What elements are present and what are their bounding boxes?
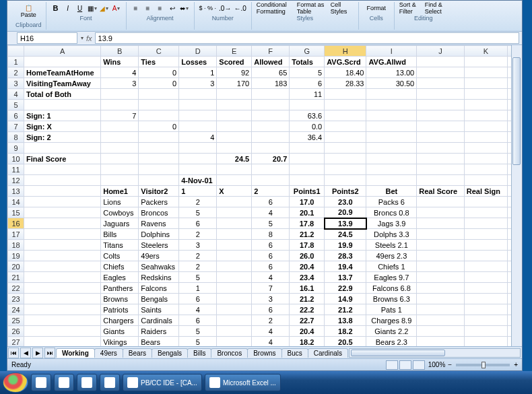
cell-B7[interactable]: [101, 121, 139, 132]
cell-E20[interactable]: [217, 261, 252, 272]
cell-K3[interactable]: [464, 78, 507, 89]
sheet-tab-bengals[interactable]: Bengals: [152, 348, 188, 358]
cell-D13[interactable]: 1: [179, 186, 217, 197]
cell-J19[interactable]: [417, 251, 465, 261]
cell-D5[interactable]: [179, 100, 217, 110]
cell-C3[interactable]: 0: [139, 78, 179, 89]
cell-J14[interactable]: [417, 197, 465, 207]
paste-button[interactable]: 📋Paste: [16, 2, 40, 21]
cell-I10[interactable]: [366, 154, 417, 164]
cell-F20[interactable]: 6: [252, 261, 290, 272]
cell-F16[interactable]: 5: [252, 218, 290, 229]
cell-I17[interactable]: Dolphs 3.3: [366, 229, 417, 240]
cell-J26[interactable]: [417, 326, 465, 337]
cell-D7[interactable]: [179, 121, 217, 132]
cell-F4[interactable]: [252, 89, 290, 100]
cell-D15[interactable]: 5: [179, 207, 217, 218]
cell-E26[interactable]: [217, 326, 252, 337]
cell-E7[interactable]: [217, 121, 252, 132]
col-header-J[interactable]: J: [417, 46, 465, 57]
cell-C19[interactable]: 49ers: [139, 251, 179, 261]
cell-K10[interactable]: [464, 154, 507, 164]
cell-J17[interactable]: [417, 229, 465, 240]
cell-H9[interactable]: [325, 143, 366, 154]
cell-I2[interactable]: 13.00: [366, 67, 417, 78]
cell-B18[interactable]: Titans: [101, 240, 139, 251]
zoom-in-button[interactable]: +: [514, 361, 518, 368]
cell-E6[interactable]: [217, 110, 252, 121]
cell-H4[interactable]: [325, 89, 366, 100]
cell-F1[interactable]: Allowed: [252, 57, 290, 67]
cell-E1[interactable]: Scored: [217, 57, 252, 67]
cell-H8[interactable]: [325, 132, 366, 143]
cell-H15[interactable]: 20.9: [325, 207, 366, 218]
row-header-7[interactable]: 7: [8, 121, 24, 132]
name-box[interactable]: [17, 32, 77, 44]
cell-G10[interactable]: [290, 154, 325, 164]
cell-F25[interactable]: 2: [252, 315, 290, 326]
row-header-2[interactable]: 2: [8, 67, 24, 78]
cell-H2[interactable]: 18.40: [325, 67, 366, 78]
cell-G22[interactable]: 16.1: [290, 283, 325, 294]
cell-G15[interactable]: 20.1: [290, 207, 325, 218]
row-header-6[interactable]: 6: [8, 110, 24, 121]
cell-I19[interactable]: 49ers 2.3: [366, 251, 417, 261]
cell-D16[interactable]: 6: [179, 218, 217, 229]
row-header-24[interactable]: 24: [8, 304, 24, 315]
underline-button[interactable]: U: [75, 3, 86, 13]
cell-E24[interactable]: [217, 304, 252, 315]
sheet-tab-bears[interactable]: Bears: [123, 348, 152, 358]
cell-H6[interactable]: [325, 110, 366, 121]
fillcolor-button[interactable]: ◢▾: [99, 3, 110, 13]
cell-D24[interactable]: 4: [179, 304, 217, 315]
cell-A22[interactable]: [24, 283, 101, 294]
cell-J4[interactable]: [417, 89, 465, 100]
cell-C24[interactable]: Saints: [139, 304, 179, 315]
row-header-4[interactable]: 4: [8, 89, 24, 100]
cell-G23[interactable]: 21.2: [290, 294, 325, 304]
cell-K12[interactable]: [464, 175, 507, 186]
dec-decimal-button[interactable]: ←.0: [233, 3, 246, 13]
border-button[interactable]: ▦▾: [87, 3, 98, 13]
quicklaunch-4[interactable]: [100, 374, 120, 391]
merge-button[interactable]: ⬌▾: [179, 3, 190, 13]
cell-A3[interactable]: VisitingTeamAway: [24, 78, 101, 89]
cell-G8[interactable]: 36.4: [290, 132, 325, 143]
align-left-button[interactable]: ≡: [131, 3, 141, 13]
fx-icon[interactable]: fx: [86, 34, 92, 42]
cell-I16[interactable]: Jags 3.9: [366, 218, 417, 229]
cell-G12[interactable]: [290, 175, 325, 186]
cell-J20[interactable]: [417, 261, 465, 272]
cell-K23[interactable]: [464, 294, 507, 304]
cell-A20[interactable]: [24, 261, 101, 272]
sheet-tab-bills[interactable]: Bills: [187, 348, 211, 358]
cell-B4[interactable]: [101, 89, 139, 100]
cell-styles-button[interactable]: Cell Styles: [330, 3, 354, 13]
cell-I3[interactable]: 30.50: [366, 78, 417, 89]
cell-C13[interactable]: Visitor2: [139, 186, 179, 197]
cell-A27[interactable]: [24, 337, 101, 347]
cell-H18[interactable]: 19.9: [325, 240, 366, 251]
align-right-button[interactable]: ≡: [155, 3, 166, 13]
cell-H26[interactable]: 18.2: [325, 326, 366, 337]
sheet-tab-browns[interactable]: Browns: [247, 348, 281, 358]
cell-C20[interactable]: Seahwaks: [139, 261, 179, 272]
cell-J13[interactable]: Real Score: [417, 186, 465, 197]
cell-B3[interactable]: 3: [101, 78, 139, 89]
cell-B16[interactable]: Jaguars: [101, 218, 139, 229]
cell-K21[interactable]: [464, 272, 507, 283]
row-header-22[interactable]: 22: [8, 283, 24, 294]
col-header-D[interactable]: D: [179, 46, 217, 57]
row-header-9[interactable]: 9: [8, 143, 24, 154]
row-header-1[interactable]: 1: [8, 57, 24, 67]
cell-J23[interactable]: [417, 294, 465, 304]
cell-K11[interactable]: [464, 164, 507, 175]
cell-I27[interactable]: Bears 2.3: [366, 337, 417, 347]
cell-J9[interactable]: [417, 143, 465, 154]
cell-K16[interactable]: [464, 218, 507, 229]
cell-B14[interactable]: Lions: [101, 197, 139, 207]
cell-E2[interactable]: 92: [217, 67, 252, 78]
cell-J27[interactable]: [417, 337, 465, 347]
cell-C25[interactable]: Cardinals: [139, 315, 179, 326]
cell-B12[interactable]: [101, 175, 139, 186]
